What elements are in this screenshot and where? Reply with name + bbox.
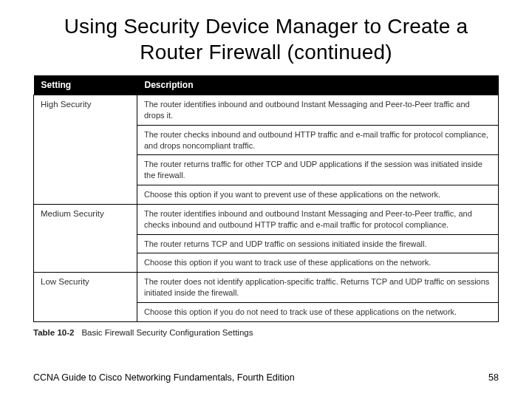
col-description: Description xyxy=(137,75,499,95)
description-cell: The router identifies inbound and outbou… xyxy=(137,95,499,126)
description-cell: The router returns traffic for other TCP… xyxy=(137,155,499,185)
table-caption: Table 10-2Basic Firewall Security Config… xyxy=(33,328,499,337)
setting-cell: Low Security xyxy=(34,273,137,322)
description-cell: The router returns TCP and UDP traffic o… xyxy=(137,234,499,253)
setting-cell: High Security xyxy=(34,95,137,205)
table-row: High SecurityThe router identifies inbou… xyxy=(34,95,499,126)
page-number: 58 xyxy=(488,372,499,383)
slide-content: Using Security Device Manager to Create … xyxy=(0,0,532,337)
description-cell: Choose this option if you want to track … xyxy=(137,253,499,273)
description-cell: The router does not identify application… xyxy=(137,273,499,303)
settings-table: Setting Description High SecurityThe rou… xyxy=(33,75,499,322)
footer-source: CCNA Guide to Cisco Networking Fundament… xyxy=(33,372,295,383)
table-caption-text: Basic Firewall Security Configuration Se… xyxy=(81,328,253,337)
page-title: Using Security Device Manager to Create … xyxy=(33,13,499,65)
description-cell: The router checks inbound and outbound H… xyxy=(137,125,499,155)
table-row: Low SecurityThe router does not identify… xyxy=(34,273,499,303)
table-header-row: Setting Description xyxy=(34,75,499,95)
table-row: Medium SecurityThe router identifies inb… xyxy=(34,204,499,234)
setting-cell: Medium Security xyxy=(34,204,137,272)
description-cell: Choose this option if you do not need to… xyxy=(137,302,499,321)
table-number: Table 10-2 xyxy=(33,328,74,337)
description-cell: Choose this option if you want to preven… xyxy=(137,185,499,205)
description-cell: The router identifies inbound and outbou… xyxy=(137,204,499,234)
slide-footer: CCNA Guide to Cisco Networking Fundament… xyxy=(33,372,499,383)
col-setting: Setting xyxy=(34,75,137,95)
